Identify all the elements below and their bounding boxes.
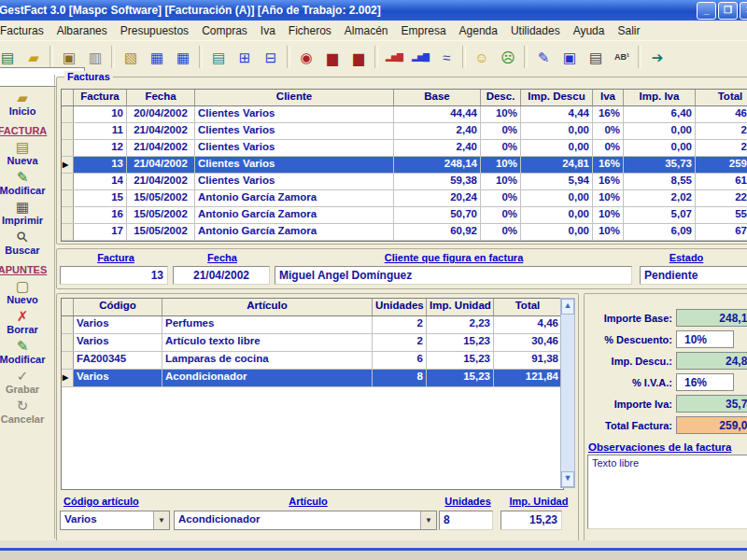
cell-codigo: FA200345 (74, 352, 162, 369)
table-row[interactable]: FA200345Lamparas de cocina615,2391,38 (62, 352, 563, 370)
column-header-fecha[interactable]: Fecha (127, 90, 195, 105)
column-header-cliente[interactable]: Cliente (195, 90, 394, 105)
menu-item-facturas[interactable]: Facturas (0, 22, 50, 39)
cell-base: 2,40 (394, 123, 481, 139)
toolbar-calc-table-button[interactable]: ▦ (144, 45, 170, 69)
observaciones-textarea[interactable]: Texto libre (587, 455, 747, 529)
toolbar-grid-small-2-button[interactable]: ⊟ (258, 45, 284, 69)
table-row[interactable]: 1421/04/2002Clientes Varios59,3810%5,941… (62, 174, 747, 190)
table-row[interactable]: 1615/05/2002Antonio García Zamora50,700%… (62, 207, 747, 224)
minimize-button[interactable]: _ (697, 2, 716, 20)
toolbar-print-2-button[interactable]: ▆ (345, 45, 372, 69)
chevron-down-icon[interactable]: ▼ (420, 511, 436, 529)
toolbar-grid-small-1-button[interactable]: ⊞ (232, 45, 258, 69)
menu-item-agenda[interactable]: Agenda (453, 22, 504, 39)
restore-button[interactable]: ❐ (718, 2, 738, 20)
toolbar-sad-face-button[interactable]: ☹ (495, 45, 521, 69)
table-row[interactable]: 1020/04/2002Clientes Varios44,4410%4,441… (62, 106, 747, 123)
articulo-combo[interactable]: Acondicionador ▼ (174, 511, 437, 530)
pct-descuento-field[interactable]: 10% (676, 330, 734, 348)
column-header-total[interactable]: Total (696, 90, 747, 105)
toolbar-new-entry-button[interactable]: ▤ (205, 45, 232, 69)
toolbar-copy-invoice-button[interactable]: ▣ (56, 45, 82, 69)
table-row[interactable]: ▶VariosAcondicionador815,23121,84 (62, 370, 563, 387)
toolbar-separator (111, 46, 115, 68)
toolbar-edit-calc-button[interactable]: ✎ (530, 45, 557, 69)
toolbar-happy-face-button[interactable]: ☺ (469, 45, 495, 69)
row-marker: ▶ (62, 157, 74, 173)
table-row[interactable]: 1221/04/2002Clientes Varios2,400%0,000%0… (62, 140, 747, 157)
fecha-field[interactable]: 21/04/2002 (173, 266, 270, 285)
toolbar-spell-check-button[interactable]: AB¹ (609, 45, 635, 69)
scroll-down-icon[interactable]: ▼ (561, 471, 574, 487)
cell-fecha: 21/04/2002 (127, 123, 195, 139)
menu-item-salir[interactable]: Salir (611, 22, 646, 39)
menu-item-iva[interactable]: Iva (254, 22, 282, 39)
column-header-imp-descu[interactable]: Imp. Descu (521, 90, 593, 105)
titlebar[interactable]: GestFact 3.0 [Maspc Software] [Facturaci… (0, 0, 747, 21)
factura-field[interactable]: 13 (60, 266, 168, 285)
toolbar-save-button[interactable]: ▣ (557, 45, 583, 69)
sidebar-item-factura-imprimir[interactable]: ▦Imprimir (2, 199, 43, 226)
items-scrollbar[interactable]: ▲ ▼ (560, 298, 575, 488)
toolbar-new-invoice-button[interactable]: ▤ (0, 45, 21, 69)
column-header-base[interactable]: Base (394, 90, 481, 105)
toolbar-find-invoice-button[interactable]: ▥ (82, 45, 108, 69)
column-header-co-digo[interactable]: Código (74, 299, 162, 315)
toolbar-chart-columns-button[interactable]: ▂▅▇ (381, 45, 407, 69)
toolbar-print-1-button[interactable]: ▆ (319, 45, 345, 69)
codigo-articulo-combo[interactable]: Varios ▼ (60, 511, 170, 530)
toolbar-exit-door-button[interactable]: ➔ (644, 45, 670, 69)
menu-item-empresa[interactable]: Empresa (395, 22, 453, 39)
table-row[interactable]: VariosArtículo texto libre215,2330,46 (62, 334, 563, 352)
menu-item-compras[interactable]: Compras (195, 22, 254, 39)
toolbar-chart-lines-button[interactable]: ≈ (433, 45, 459, 69)
table-row[interactable]: 1515/05/2002Antonio García Zamora20,240%… (62, 190, 747, 207)
column-header-imp-unidad[interactable]: Imp. Unidad (427, 299, 494, 315)
app-window: GestFact 3.0 [Maspc Software] [Facturaci… (0, 0, 747, 551)
pct-iva-field[interactable]: 16% (676, 373, 734, 391)
menu-item-presupuestos[interactable]: Presupuestos (114, 22, 195, 39)
cell-iva: 10% (593, 190, 624, 206)
cell-imp_descu: 0,00 (521, 224, 593, 240)
toolbar-open-folder-button[interactable]: ▰ (21, 45, 47, 69)
sidebar-item-apunte-borrar[interactable]: ✗Borrar (7, 308, 38, 335)
column-header-unidades[interactable]: Unidades (373, 299, 427, 315)
estado-field[interactable]: Pendiente (640, 266, 747, 285)
table-row[interactable]: VariosPerfumes22,234,46 (62, 316, 563, 334)
imp-unidad-field[interactable]: 15,23 (500, 511, 562, 530)
column-header-factura[interactable]: Factura (74, 90, 127, 105)
column-header-arti-culo[interactable]: Artículo (162, 299, 373, 315)
sidebar-item-factura-modificar[interactable]: ✎Modificar (0, 169, 45, 196)
search-icon: ⚲ (13, 228, 32, 246)
column-header-iva[interactable]: Iva (593, 90, 624, 105)
menu-item-utilidades[interactable]: Utilidades (504, 22, 567, 39)
sidebar-item-factura-buscar[interactable]: ⚲Buscar (5, 229, 39, 256)
row-marker (62, 224, 74, 240)
column-header-total[interactable]: Total (494, 299, 562, 315)
menu-item-ficheros[interactable]: Ficheros (282, 22, 338, 39)
toolbar-chart-bars-button[interactable]: ▂▅▇ (407, 45, 433, 69)
menu-item-ayuda[interactable]: Ayuda (567, 22, 612, 39)
sidebar-item-inicio[interactable]: ▰Inicio (9, 90, 36, 117)
table-row[interactable]: 1715/05/2002Antonio García Zamora60,920%… (62, 224, 747, 241)
cliente-field[interactable]: Miguel Angel Domínguez (275, 266, 632, 285)
menu-item-albaranes[interactable]: Albaranes (50, 22, 114, 39)
sidebar-item-factura-nueva[interactable]: ▤Nueva (7, 139, 37, 166)
toolbar-preview-button[interactable]: ◉ (293, 45, 319, 69)
fecha-label: Fecha (172, 252, 273, 263)
scroll-up-icon[interactable]: ▲ (561, 299, 574, 315)
toolbar-export-invoice-button[interactable]: ▧ (118, 45, 144, 69)
chevron-down-icon[interactable]: ▼ (153, 511, 169, 529)
menu-item-almace-n[interactable]: Almacén (338, 22, 395, 39)
unidades-field[interactable]: 8 (439, 511, 493, 530)
table-row[interactable]: ▶1321/04/2002Clientes Varios248,1410%24,… (62, 157, 747, 174)
close-button[interactable]: ✕ (740, 2, 747, 20)
toolbar-notes-button[interactable]: ▤ (583, 45, 609, 69)
column-header-imp-iva[interactable]: Imp. Iva (624, 90, 696, 105)
sidebar-item-apunte-modificar[interactable]: ✎Modificar (0, 338, 45, 365)
column-header-desc[interactable]: Desc. (481, 90, 521, 105)
table-row[interactable]: 1121/04/2002Clientes Varios2,400%0,000%0… (62, 123, 747, 140)
toolbar-calendar-table-button[interactable]: ▦ (170, 45, 196, 69)
sidebar-item-apunte-nuevo[interactable]: ▢Nuevo (7, 278, 38, 305)
